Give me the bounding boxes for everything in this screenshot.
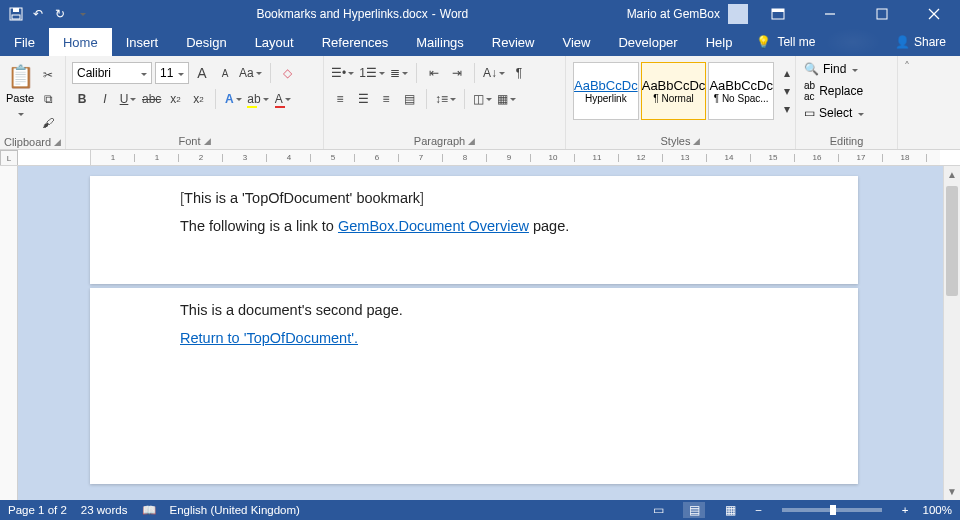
scroll-up-icon[interactable]: ▲ [944, 166, 960, 183]
document-area: [This is a 'TopOfDocument' bookmark] The… [0, 166, 960, 500]
tab-file[interactable]: File [0, 28, 49, 56]
tab-home[interactable]: Home [49, 28, 112, 56]
zoom-in-icon[interactable]: + [902, 504, 909, 516]
borders-icon[interactable]: ▦ [496, 88, 517, 110]
scroll-down-icon[interactable]: ▼ [944, 483, 960, 500]
paragraph[interactable]: Return to 'TopOfDocument'. [180, 330, 768, 346]
superscript-icon[interactable]: x2 [188, 88, 208, 110]
tab-insert[interactable]: Insert [112, 28, 173, 56]
style-nospacing[interactable]: AaBbCcDc¶ No Spac... [708, 62, 774, 120]
increase-indent-icon[interactable]: ⇥ [447, 62, 467, 84]
tab-design[interactable]: Design [172, 28, 240, 56]
undo-icon[interactable]: ↶ [30, 6, 46, 22]
chevron-down-icon [16, 106, 24, 120]
font-name-combo[interactable]: Calibri [72, 62, 152, 84]
avatar[interactable] [728, 4, 748, 24]
tab-help[interactable]: Help [692, 28, 747, 56]
user-name[interactable]: Mario at GemBox [627, 7, 720, 21]
sort-icon[interactable]: A↓ [482, 62, 506, 84]
line-spacing-icon[interactable]: ↕≡ [434, 88, 457, 110]
styles-scroll-up-icon[interactable]: ▴ [777, 65, 797, 81]
font-color-icon[interactable]: A [273, 88, 293, 110]
justify-icon[interactable]: ▤ [399, 88, 419, 110]
clipboard-dialog-launcher-icon[interactable]: ◢ [54, 137, 61, 147]
zoom-slider[interactable] [782, 508, 882, 512]
close-icon[interactable] [912, 0, 956, 28]
minimize-icon[interactable] [808, 0, 852, 28]
bookmark-paragraph[interactable]: [This is a 'TopOfDocument' bookmark] [180, 190, 768, 206]
shrink-font-icon[interactable]: A [215, 62, 235, 84]
zoom-slider-thumb[interactable] [830, 505, 836, 515]
numbering-icon[interactable]: 1☰ [358, 62, 386, 84]
tab-selector-icon[interactable]: L [0, 150, 18, 166]
tab-review[interactable]: Review [478, 28, 549, 56]
text-effects-icon[interactable]: A [223, 88, 243, 110]
paste-button[interactable]: 📋 Paste [6, 60, 34, 134]
horizontal-ruler[interactable]: L 1123456789101112131415161718 [0, 150, 960, 166]
styles-dialog-launcher-icon[interactable]: ◢ [693, 136, 700, 146]
print-layout-icon[interactable]: ▤ [683, 502, 705, 518]
cut-icon[interactable]: ✂ [38, 64, 58, 86]
tab-layout[interactable]: Layout [241, 28, 308, 56]
scroll-thumb[interactable] [946, 186, 958, 296]
find-button[interactable]: 🔍Find [802, 60, 891, 78]
replace-button[interactable]: abacReplace [802, 78, 891, 104]
bullets-icon[interactable]: ☰• [330, 62, 355, 84]
style-hyperlink[interactable]: AaBbCcDcHyperlink [573, 62, 639, 120]
collapse-ribbon-icon[interactable]: ˄ [898, 56, 916, 149]
tab-references[interactable]: References [308, 28, 402, 56]
underline-icon[interactable]: U [118, 88, 138, 110]
read-mode-icon[interactable]: ▭ [647, 502, 669, 518]
clear-format-icon[interactable]: ◇ [278, 62, 298, 84]
copy-icon[interactable]: ⧉ [38, 88, 58, 110]
styles-scroll-down-icon[interactable]: ▾ [777, 83, 797, 99]
status-language[interactable]: English (United Kingdom) [170, 504, 300, 516]
maximize-icon[interactable] [860, 0, 904, 28]
subscript-icon[interactable]: x2 [165, 88, 185, 110]
page-1[interactable]: [This is a 'TopOfDocument' bookmark] The… [90, 176, 858, 284]
highlight-icon[interactable]: ab [246, 88, 269, 110]
strike-icon[interactable]: abc [141, 88, 162, 110]
align-right-icon[interactable]: ≡ [376, 88, 396, 110]
font-size-combo[interactable]: 11 [155, 62, 189, 84]
zoom-out-icon[interactable]: − [755, 504, 762, 516]
share-button[interactable]: 👤 Share [881, 28, 960, 56]
paragraph[interactable]: This is a document's second page. [180, 302, 768, 318]
tell-me[interactable]: 💡 Tell me [746, 28, 825, 56]
status-words[interactable]: 23 words [81, 504, 128, 516]
paragraph[interactable]: The following is a link to GemBox.Docume… [180, 218, 768, 234]
shading-icon[interactable]: ◫ [472, 88, 493, 110]
web-layout-icon[interactable]: ▦ [719, 502, 741, 518]
vertical-ruler[interactable] [0, 166, 18, 500]
tab-developer[interactable]: Developer [604, 28, 691, 56]
group-clipboard: 📋 Paste ✂ ⧉ 🖌 Clipboard ◢ [0, 56, 66, 149]
vertical-scrollbar[interactable]: ▲ ▼ [943, 166, 960, 500]
paragraph-dialog-launcher-icon[interactable]: ◢ [468, 136, 475, 146]
tab-mailings[interactable]: Mailings [402, 28, 478, 56]
select-button[interactable]: ▭Select [802, 104, 891, 122]
align-center-icon[interactable]: ☰ [353, 88, 373, 110]
italic-icon[interactable]: I [95, 88, 115, 110]
grow-font-icon[interactable]: A [192, 62, 212, 84]
styles-expand-icon[interactable]: ▾ [777, 101, 797, 117]
status-page[interactable]: Page 1 of 2 [8, 504, 67, 516]
page-2[interactable]: This is a document's second page. Return… [90, 288, 858, 484]
multilevel-icon[interactable]: ≣ [389, 62, 409, 84]
bold-icon[interactable]: B [72, 88, 92, 110]
hyperlink-bookmark[interactable]: Return to 'TopOfDocument'. [180, 330, 358, 346]
zoom-level[interactable]: 100% [923, 504, 952, 516]
hyperlink-external[interactable]: GemBox.Document Overview [338, 218, 529, 234]
show-marks-icon[interactable]: ¶ [509, 62, 529, 84]
format-painter-icon[interactable]: 🖌 [38, 112, 58, 134]
status-spellcheck-icon[interactable]: 📖 [142, 503, 156, 517]
decrease-indent-icon[interactable]: ⇤ [424, 62, 444, 84]
change-case-icon[interactable]: Aa [238, 62, 263, 84]
save-icon[interactable] [8, 6, 24, 22]
tab-view[interactable]: View [548, 28, 604, 56]
align-left-icon[interactable]: ≡ [330, 88, 350, 110]
style-normal[interactable]: AaBbCcDc¶ Normal [641, 62, 707, 120]
redo-icon[interactable]: ↻ [52, 6, 68, 22]
ribbon-display-options-icon[interactable] [756, 0, 800, 28]
qat-customize-icon[interactable] [74, 6, 90, 22]
font-dialog-launcher-icon[interactable]: ◢ [204, 136, 211, 146]
